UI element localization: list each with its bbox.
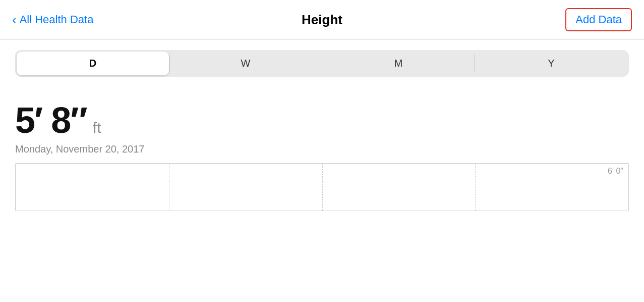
height-unit: ft [93,119,101,136]
segment-control-container: D W M Y [0,40,644,87]
header: ‹ All Health Data Height Add Data [0,0,644,40]
height-value: 5′ 8″ [15,102,87,138]
main-content: 5′ 8″ ft Monday, November 20, 2017 6′ 0″ [0,87,644,216]
chart-container: 6′ 0″ [15,163,629,211]
chart-grid-line-3 [475,164,476,211]
segment-item-week[interactable]: W [169,52,322,75]
chart-label-right: 6′ 0″ [608,167,623,176]
segment-item-year[interactable]: Y [475,52,627,75]
page-title: Height [302,12,342,28]
back-button[interactable]: ‹ All Health Data [12,13,93,26]
segment-item-month[interactable]: M [322,52,475,75]
height-value-row: 5′ 8″ ft [15,102,629,138]
segment-item-day[interactable]: D [17,52,169,75]
add-data-button[interactable]: Add Data [565,8,632,31]
height-date: Monday, November 20, 2017 [15,143,629,155]
chart-grid-line-1 [169,164,169,211]
chart-grid-line-2 [322,164,323,211]
back-label: All Health Data [20,13,94,26]
segment-control: D W M Y [15,50,629,77]
chevron-left-icon: ‹ [12,13,17,26]
